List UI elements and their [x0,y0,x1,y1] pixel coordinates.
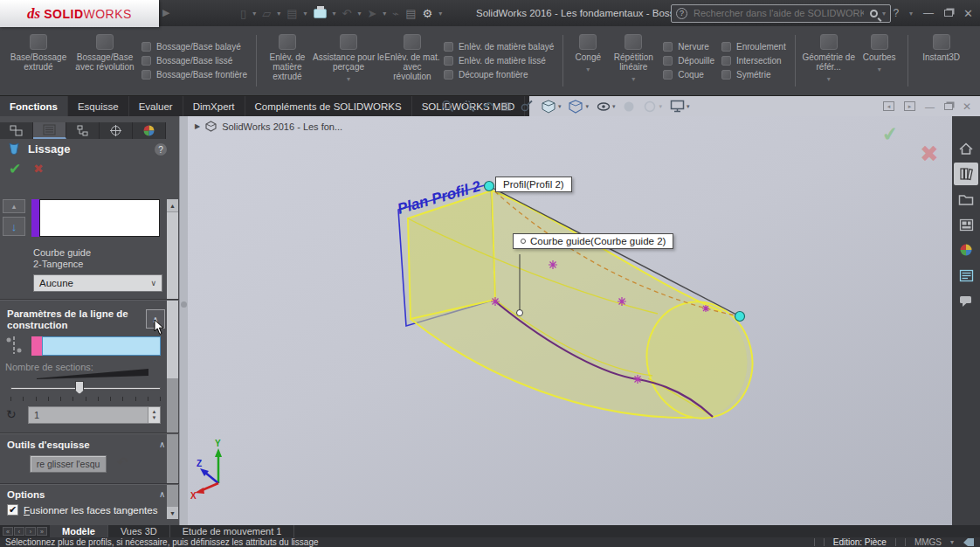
save-icon[interactable]: ▤ [286,7,297,20]
dimxpert-manager-tab[interactable] [100,122,133,139]
home-tab-icon[interactable] [954,137,978,160]
model-tab[interactable]: Modèle [50,525,108,537]
sections-count-spinner[interactable]: 1 ▲▼ [28,406,161,424]
tab-fonctions[interactable]: Fonctions [0,96,68,116]
pm-scrollbar[interactable]: ▲ ▼ [167,199,178,519]
intersect-button[interactable]: Intersection [721,56,786,66]
open-file-icon[interactable]: ▱ [262,7,271,20]
linear-pattern-chevron[interactable]: ▾ [631,74,635,84]
confirm-cancel-icon[interactable]: ✖ [920,141,939,168]
graphics-viewport[interactable]: Plan Profil 2 Y Z X ▶ SolidWorks 2016 - … [188,116,952,525]
reference-geometry-chevron[interactable]: ▾ [827,74,831,84]
sections-slider-track[interactable] [10,387,161,390]
options-section-header[interactable]: Options [7,489,45,501]
forum-icon[interactable] [954,289,978,312]
undo-icon[interactable]: ↶ [342,7,352,20]
feature-manager-tab[interactable] [0,122,33,139]
units-chevron-icon[interactable]: ▾ [950,538,954,546]
centerline-selection-field[interactable] [42,336,161,356]
tab-evaluer[interactable]: Evaluer [129,96,183,116]
display-style-icon[interactable]: ▾ [569,100,589,114]
sections-count-value[interactable]: 1 [29,410,148,420]
search-icon[interactable] [870,10,878,17]
extruded-boss-button[interactable]: Base/Bossage extrudé [5,30,72,92]
sections-slider-handle[interactable] [75,381,84,394]
edit-appearance-icon[interactable] [623,100,636,113]
profile-move-down-button[interactable]: ↓ [3,217,25,236]
panel-splitter[interactable] [179,116,188,525]
revolved-cut-button[interactable]: Enlèv. de mat. avec révolution [384,30,440,92]
boundary-cut-button[interactable]: Découpe frontière [444,70,554,80]
doc-restore-button[interactable] [944,103,953,110]
search-chevron-icon[interactable]: ▾ [882,10,886,17]
help-chevron-icon[interactable]: ▾ [909,10,913,17]
save-chevron[interactable]: ▾ [303,10,307,17]
lofted-cut-button[interactable]: Enlèv. de matière lissé [444,56,554,66]
restore-button[interactable] [944,10,953,17]
options-collapse-icon[interactable]: ∧ [159,489,165,499]
options-chevron[interactable]: ▾ [438,10,442,17]
tab-dimxpert[interactable]: DimXpert [183,96,245,116]
minimize-button[interactable]: — [923,7,934,19]
3d-views-tab[interactable]: Vues 3D [108,525,170,537]
boundary-boss-button[interactable]: Bossage/Base frontière [141,70,247,80]
view-settings-monitor-icon[interactable]: ▾ [670,100,690,113]
drag-sketch-button[interactable]: re glisser l'esqu [30,455,107,473]
pane-right-icon[interactable]: ▸ [904,101,915,111]
spinner-arrows[interactable]: ▲▼ [148,407,160,423]
sections-refresh-icon[interactable]: ↻ [6,407,17,421]
zoom-area-icon[interactable] [462,100,475,113]
file-explorer-icon[interactable] [954,188,978,211]
tab-complements[interactable]: Compléments de SOLIDWORKS [245,96,412,116]
instant3d-button[interactable]: Instant3D [914,30,970,92]
first-tab-button[interactable]: « [3,527,13,536]
view-palette-icon[interactable] [954,213,978,236]
hole-wizard-chevron[interactable]: ▾ [347,74,350,84]
previous-view-icon[interactable]: ↶ [483,100,493,113]
configuration-manager-tab[interactable] [66,122,100,139]
feature-tree-flyout[interactable]: ▶ SolidWorks 2016 - Les fon... [195,121,342,132]
next-tab-button[interactable]: › [25,527,36,536]
doc-close-button[interactable]: ✕ [963,100,971,113]
curves-button[interactable]: Courbes ▾ [857,30,902,92]
lofted-boss-button[interactable]: Bossage/Base lissé [141,56,247,66]
sketch-tools-section-header[interactable]: Outils d'esquisse [7,440,90,451]
logo-flyout-arrow-icon[interactable]: ▶ [162,7,169,18]
custom-properties-icon[interactable] [954,264,978,287]
curves-chevron[interactable]: ▾ [878,65,881,74]
view-settings-icon[interactable] [521,100,534,113]
design-library-icon[interactable] [954,163,978,185]
property-manager-tab[interactable] [33,122,66,139]
reference-geometry-button[interactable]: Géométrie de référ... ▾ [801,30,857,92]
draft-button[interactable]: Dépouille [663,56,714,66]
flyout-expand-icon[interactable]: ▶ [195,122,200,130]
new-file-icon[interactable]: ▯ [240,7,246,20]
open-file-chevron[interactable]: ▾ [277,10,280,17]
splitter-knob[interactable] [181,301,187,308]
fillet-button[interactable]: Congé ▾ [569,30,607,92]
view-orientation-icon[interactable]: ▾ [542,100,562,114]
new-file-chevron[interactable]: ▾ [252,10,256,17]
print-chevron[interactable]: ▾ [333,10,336,17]
pm-scroll-down-icon[interactable]: ▼ [167,507,178,519]
tangency-type-select[interactable]: Aucune ∨ [33,274,162,292]
confirm-ok-icon[interactable]: ✔ [880,122,900,147]
appearances-icon[interactable] [954,239,978,261]
doc-minimize-button[interactable]: — [925,101,935,112]
motion-study-tab[interactable]: Etude de mouvement 1 [170,525,295,537]
last-tab-button[interactable]: » [37,527,47,536]
help-search-box[interactable]: ? ▾ [671,4,891,23]
help-menu[interactable]: ? [893,7,899,19]
centerline-section-header[interactable]: Paramètres de la ligne de construction [7,308,142,331]
display-manager-tab[interactable] [133,122,166,139]
mirror-button[interactable]: Symétrie [721,70,786,80]
tab-esquisse[interactable]: Esquisse [68,96,129,116]
rib-button[interactable]: Nervure [663,42,714,52]
pm-help-icon[interactable]: ? [155,143,167,156]
extruded-cut-button[interactable]: Enlèv. de matière extrudé [262,30,313,92]
file-properties-icon[interactable]: ▤ [405,7,416,20]
apply-scene-icon[interactable]: ▾ [644,100,662,113]
select-icon[interactable]: ➤ [367,7,376,20]
undo-chevron[interactable]: ▾ [357,10,361,17]
pane-left-icon[interactable]: ◂ [883,101,894,111]
